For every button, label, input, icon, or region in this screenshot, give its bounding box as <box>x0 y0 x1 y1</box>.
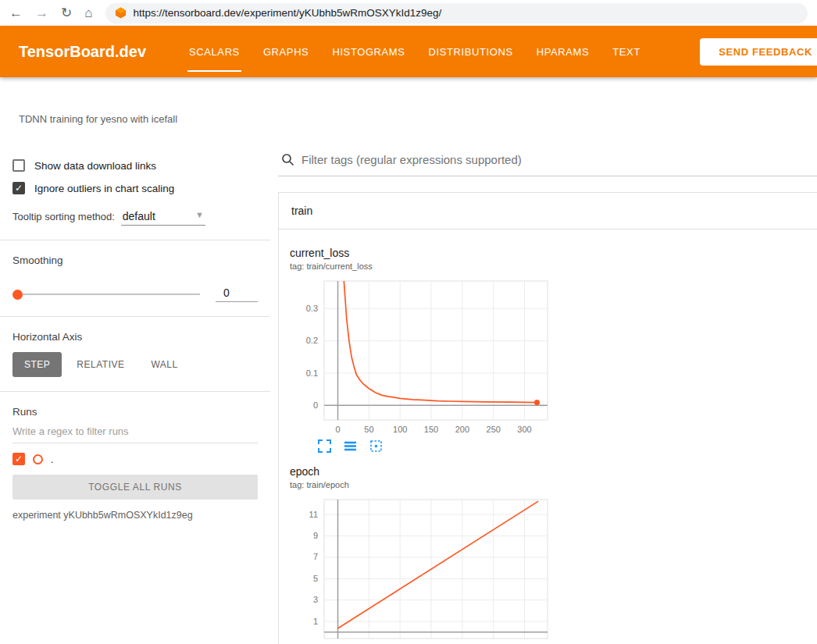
browser-toolbar: ← → ↻ ⌂ https://tensorboard.dev/experime… <box>0 0 817 26</box>
svg-text:0.1: 0.1 <box>306 368 318 378</box>
app-header: TensorBoard.dev SCALARS GRAPHS HISTOGRAM… <box>0 26 817 77</box>
runs-label: Runs <box>12 406 258 418</box>
horizontal-axis-buttons: STEP RELATIVE WALL <box>12 352 258 377</box>
svg-text:50: 50 <box>364 425 373 434</box>
fit-domain-icon[interactable] <box>369 439 383 453</box>
chart-title: epoch <box>290 465 551 478</box>
main-panel: train current_loss tag: train/current_lo… <box>270 141 817 644</box>
expand-icon[interactable] <box>318 439 331 453</box>
svg-text:0: 0 <box>335 425 340 434</box>
tab-scalars[interactable]: SCALARS <box>177 26 252 77</box>
back-icon[interactable]: ← <box>9 6 23 20</box>
runs-regex-input[interactable] <box>12 418 258 443</box>
run-color-swatch <box>33 454 43 464</box>
tab-hparams[interactable]: HPARAMS <box>525 26 601 77</box>
tab-graphs[interactable]: GRAPHS <box>252 26 321 77</box>
search-icon <box>281 153 294 166</box>
svg-text:5: 5 <box>313 574 318 583</box>
divider <box>0 316 270 317</box>
chart-epoch: epoch tag: train/epoch 13579110501001502… <box>284 456 552 644</box>
app-logo[interactable]: TensorBoard.dev <box>19 43 146 61</box>
forward-icon[interactable]: → <box>35 6 48 20</box>
tooltip-sorting-row: Tooltip sorting method: default ▼ <box>12 208 258 226</box>
smoothing-value[interactable]: 0 <box>216 286 258 302</box>
chart-tag: tag: train/current_loss <box>290 262 551 271</box>
url-text: https://tensorboard.dev/experiment/yKUbh… <box>134 7 442 19</box>
line-chart[interactable]: 1357911050100150200250300 <box>290 496 552 644</box>
show-download-links-label: Show data download links <box>34 160 156 172</box>
run-name: . <box>51 454 54 465</box>
svg-text:0.2: 0.2 <box>306 336 318 345</box>
experiment-description: TDNN training for yesno with icefall <box>19 113 817 125</box>
experiment-subheader: TDNN training for yesno with icefall <box>0 77 817 141</box>
experiment-id-label: experiment yKUbhb5wRmOSXYkId1z9eg <box>12 510 258 521</box>
ignore-outliers-checkbox-row[interactable]: ✓ Ignore outliers in chart scaling <box>12 182 258 194</box>
home-icon[interactable]: ⌂ <box>84 6 92 20</box>
svg-text:1: 1 <box>313 617 318 626</box>
axis-relative-button[interactable]: RELATIVE <box>65 352 136 377</box>
svg-text:100: 100 <box>393 425 407 434</box>
svg-text:250: 250 <box>487 425 501 434</box>
svg-text:300: 300 <box>517 425 531 434</box>
nav-tabs: SCALARS GRAPHS HISTOGRAMS DISTRIBUTIONS … <box>177 26 652 77</box>
svg-text:200: 200 <box>455 425 469 434</box>
content: Show data download links ✓ Ignore outlie… <box>0 141 817 644</box>
charts-grid: current_loss tag: train/current_loss 00.… <box>279 229 817 644</box>
chart-current-loss: current_loss tag: train/current_loss 00.… <box>284 237 552 456</box>
show-download-links-checkbox-row[interactable]: Show data download links <box>12 159 258 172</box>
chart-tag: tag: train/epoch <box>290 480 551 489</box>
smoothing-slider-row: 0 <box>12 286 258 302</box>
axis-step-button[interactable]: STEP <box>12 352 62 377</box>
divider <box>0 240 270 240</box>
chart-toolbar <box>318 439 551 453</box>
svg-text:150: 150 <box>424 425 438 434</box>
toggle-all-runs-button[interactable]: TOGGLE ALL RUNS <box>12 475 258 500</box>
data-table-icon[interactable] <box>344 439 357 453</box>
tag-filter-row <box>278 145 817 176</box>
page: ← → ↻ ⌂ https://tensorboard.dev/experime… <box>0 0 817 644</box>
tensorboard-favicon <box>115 7 127 19</box>
svg-text:7: 7 <box>313 552 318 561</box>
ignore-outliers-label: Ignore outliers in chart scaling <box>34 183 174 194</box>
tab-distributions[interactable]: DISTRIBUTIONS <box>417 26 525 77</box>
axis-wall-button[interactable]: WALL <box>139 352 189 377</box>
run-row[interactable]: ✓ . <box>12 453 258 465</box>
tag-group-card: train current_loss tag: train/current_lo… <box>278 192 817 644</box>
smoothing-slider[interactable] <box>12 294 200 295</box>
tab-histograms[interactable]: HISTOGRAMS <box>320 26 416 77</box>
tooltip-sorting-value: default <box>123 210 155 222</box>
tooltip-sorting-dropdown[interactable]: default ▼ <box>121 208 205 226</box>
run-checkbox[interactable]: ✓ <box>12 453 25 465</box>
chevron-down-icon: ▼ <box>195 210 204 222</box>
tab-text[interactable]: TEXT <box>601 26 652 77</box>
tag-filter-input[interactable] <box>301 153 814 166</box>
smoothing-label: Smoothing <box>12 254 258 266</box>
tooltip-sorting-label: Tooltip sorting method: <box>12 211 115 222</box>
horizontal-axis-label: Horizontal Axis <box>12 331 258 343</box>
line-chart[interactable]: 00.10.20.3050100150200250300 <box>290 277 552 438</box>
svg-text:0.3: 0.3 <box>306 304 318 313</box>
smoothing-slider-thumb[interactable] <box>12 290 23 300</box>
divider <box>0 391 270 392</box>
svg-text:0: 0 <box>313 400 318 410</box>
chart-title: current_loss <box>290 247 551 259</box>
svg-text:9: 9 <box>313 531 318 540</box>
reload-icon[interactable]: ↻ <box>61 6 72 20</box>
ignore-outliers-checkbox[interactable]: ✓ <box>12 182 25 194</box>
tag-group-header[interactable]: train <box>279 193 817 229</box>
address-bar[interactable]: https://tensorboard.dev/experiment/yKUbh… <box>105 3 808 23</box>
svg-text:3: 3 <box>313 595 318 604</box>
svg-text:11: 11 <box>309 510 318 519</box>
settings-sidebar: Show data download links ✓ Ignore outlie… <box>0 141 270 644</box>
send-feedback-button[interactable]: SEND FEEDBACK <box>700 38 817 66</box>
show-download-links-checkbox[interactable] <box>12 159 25 172</box>
